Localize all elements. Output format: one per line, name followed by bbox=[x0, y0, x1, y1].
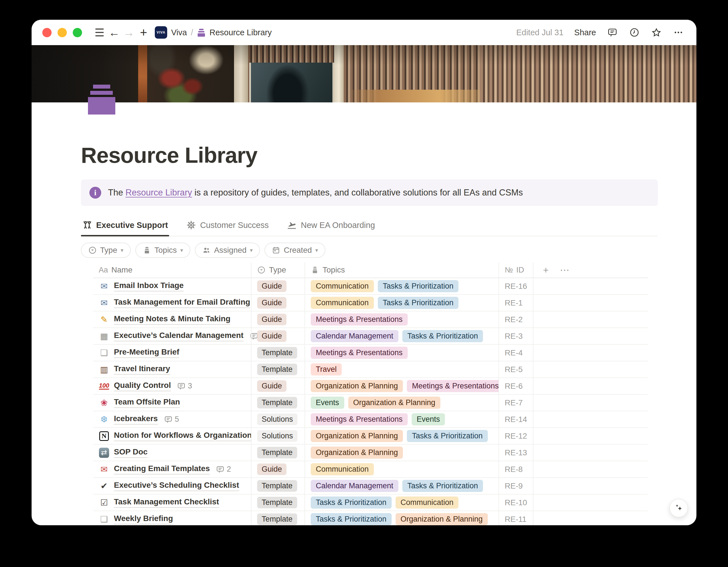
table-row[interactable]: ⇄SOP DocTemplateOrganization & PlanningR… bbox=[93, 445, 648, 461]
id-cell[interactable]: RE-8 bbox=[498, 461, 533, 477]
page-link[interactable]: Task Management for Email Drafting bbox=[114, 298, 250, 308]
topics-cell[interactable]: Meetings & Presentations bbox=[305, 312, 498, 328]
name-cell[interactable]: ❆Icebreakers5 bbox=[93, 411, 251, 427]
column-header-topics[interactable]: Topics bbox=[305, 262, 498, 277]
page-link[interactable]: Executive’s Scheduling Checklist bbox=[114, 481, 239, 491]
type-cell[interactable]: Guide bbox=[251, 328, 305, 344]
type-cell[interactable]: Template bbox=[251, 478, 305, 494]
filter-created[interactable]: Created▾ bbox=[264, 242, 325, 258]
comment-count[interactable]: 5 bbox=[164, 415, 179, 424]
topics-cell[interactable]: Meetings & Presentations bbox=[305, 345, 498, 361]
id-cell[interactable]: RE-9 bbox=[498, 478, 533, 494]
page-link[interactable]: Travel Itinerary bbox=[114, 364, 170, 375]
type-cell[interactable]: Template bbox=[251, 395, 305, 411]
name-cell[interactable]: ✉Task Management for Email Drafting bbox=[93, 295, 251, 311]
filter-type[interactable]: Type▾ bbox=[81, 242, 131, 258]
resource-library-link[interactable]: Resource Library bbox=[125, 187, 192, 197]
name-cell[interactable]: ❏Pre-Meeting Brief bbox=[93, 345, 251, 361]
name-cell[interactable]: ✉Creating Email Templates2 bbox=[93, 461, 251, 477]
page-link[interactable]: Executive’s Calendar Management bbox=[114, 331, 244, 341]
type-cell[interactable]: Template bbox=[251, 345, 305, 361]
page-link[interactable]: Task Management Checklist bbox=[114, 497, 219, 508]
updates-button[interactable] bbox=[629, 27, 640, 38]
table-row[interactable]: ❏Pre-Meeting BriefTemplateMeetings & Pre… bbox=[93, 345, 648, 361]
id-cell[interactable]: RE-7 bbox=[498, 395, 533, 411]
topics-cell[interactable]: EventsOrganization & Planning bbox=[305, 395, 498, 411]
table-row[interactable]: 100Quality Control3GuideOrganization & P… bbox=[93, 378, 648, 395]
workspace-logo[interactable]: VIVA bbox=[155, 26, 167, 39]
name-cell[interactable]: ▥Travel Itinerary bbox=[93, 361, 251, 378]
tab-executive-support[interactable]: Executive Support bbox=[81, 216, 169, 236]
type-cell[interactable]: Guide bbox=[251, 312, 305, 328]
name-cell[interactable]: ✉Email Inbox Triage bbox=[93, 278, 251, 294]
name-cell[interactable]: ✎Meeting Notes & Minute Taking bbox=[93, 312, 251, 328]
topics-cell[interactable]: Travel bbox=[305, 361, 498, 378]
page-link[interactable]: Pre-Meeting Brief bbox=[114, 348, 179, 358]
id-cell[interactable]: RE-5 bbox=[498, 361, 533, 378]
column-header-type[interactable]: Type bbox=[251, 262, 305, 277]
cover-image[interactable] bbox=[32, 45, 696, 102]
table-row[interactable]: ✉Creating Email Templates2GuideCommunica… bbox=[93, 461, 648, 478]
name-cell[interactable]: ▦Executive’s Calendar Management1 bbox=[93, 328, 251, 344]
tab-customer-success[interactable]: Customer Success bbox=[185, 216, 270, 236]
table-row[interactable]: ▥Travel ItineraryTemplateTravelRE-5 bbox=[93, 361, 648, 378]
notion-ai-button[interactable] bbox=[669, 499, 688, 517]
new-page-button[interactable]: + bbox=[136, 25, 151, 40]
forward-button[interactable]: → bbox=[122, 25, 136, 40]
column-header-name[interactable]: Aa Name bbox=[93, 262, 251, 277]
comment-count[interactable]: 3 bbox=[177, 382, 192, 391]
favorite-button[interactable] bbox=[651, 27, 662, 38]
id-cell[interactable]: RE-1 bbox=[498, 295, 533, 311]
name-cell[interactable]: ❀Team Offsite Plan bbox=[93, 395, 251, 411]
page-link[interactable]: Email Inbox Triage bbox=[114, 281, 184, 292]
id-cell[interactable]: RE-3 bbox=[498, 328, 533, 344]
table-row[interactable]: ❆Icebreakers5SolutionsMeetings & Present… bbox=[93, 411, 648, 428]
column-header-id[interactable]: № ID bbox=[498, 262, 533, 277]
table-row[interactable]: ❀Team Offsite PlanTemplateEventsOrganiza… bbox=[93, 395, 648, 411]
topics-cell[interactable]: Tasks & PrioritizationCommunication bbox=[305, 495, 498, 511]
id-cell[interactable]: RE-16 bbox=[498, 278, 533, 294]
topics-cell[interactable]: Organization & PlanningMeetings & Presen… bbox=[305, 378, 498, 394]
table-more-button[interactable]: ⋯ bbox=[556, 264, 573, 275]
type-cell[interactable]: Template bbox=[251, 361, 305, 378]
more-options-button[interactable] bbox=[673, 27, 684, 38]
page-link[interactable]: Notion for Workflows & Organization bbox=[114, 431, 252, 441]
type-cell[interactable]: Template bbox=[251, 495, 305, 511]
name-cell[interactable]: 100Quality Control3 bbox=[93, 378, 251, 394]
page-link[interactable]: Team Offsite Plan bbox=[114, 398, 180, 408]
table-row[interactable]: ▦Executive’s Calendar Management1GuideCa… bbox=[93, 328, 648, 345]
topics-cell[interactable]: CommunicationTasks & Prioritization bbox=[305, 295, 498, 311]
share-button[interactable]: Share bbox=[574, 28, 596, 37]
id-cell[interactable]: RE-11 bbox=[498, 511, 533, 525]
id-cell[interactable]: RE-13 bbox=[498, 445, 533, 461]
topics-cell[interactable]: Communication bbox=[305, 461, 498, 477]
id-cell[interactable]: RE-12 bbox=[498, 428, 533, 444]
breadcrumb-page[interactable]: Resource Library bbox=[209, 28, 272, 37]
topics-cell[interactable]: Calendar ManagementTasks & Prioritizatio… bbox=[305, 478, 498, 494]
tab-new-ea-onboarding[interactable]: New EA Onboarding bbox=[286, 216, 376, 236]
topics-cell[interactable]: Meetings & PresentationsEvents bbox=[305, 411, 498, 427]
page-icon-library[interactable] bbox=[88, 85, 115, 114]
topics-cell[interactable]: Tasks & PrioritizationOrganization & Pla… bbox=[305, 511, 498, 525]
type-cell[interactable]: Guide bbox=[251, 295, 305, 311]
filter-topics[interactable]: Topics▾ bbox=[135, 242, 190, 258]
table-row[interactable]: ✎Meeting Notes & Minute TakingGuideMeeti… bbox=[93, 312, 648, 328]
name-cell[interactable]: ☑Task Management Checklist bbox=[93, 495, 251, 511]
id-cell[interactable]: RE-2 bbox=[498, 312, 533, 328]
type-cell[interactable]: Template bbox=[251, 511, 305, 525]
add-column-button[interactable]: + bbox=[539, 264, 553, 275]
table-row[interactable]: ☑Task Management ChecklistTemplateTasks … bbox=[93, 495, 648, 511]
page-link[interactable]: Icebreakers bbox=[114, 414, 158, 425]
table-row[interactable]: ✉Task Management for Email DraftingGuide… bbox=[93, 295, 648, 312]
topics-cell[interactable]: Organization & Planning bbox=[305, 445, 498, 461]
type-cell[interactable]: Guide bbox=[251, 378, 305, 394]
table-row[interactable]: ✉Email Inbox TriageGuideCommunicationTas… bbox=[93, 278, 648, 295]
breadcrumb-workspace[interactable]: Viva bbox=[171, 28, 187, 37]
topics-cell[interactable]: CommunicationTasks & Prioritization bbox=[305, 278, 498, 294]
type-cell[interactable]: Solutions bbox=[251, 428, 305, 444]
name-cell[interactable]: NNotion for Workflows & Organization bbox=[93, 428, 251, 444]
sidebar-toggle-button[interactable] bbox=[92, 25, 107, 40]
zoom-window-button[interactable] bbox=[73, 28, 82, 37]
id-cell[interactable]: RE-14 bbox=[498, 411, 533, 427]
table-row[interactable]: ❏Weekly BriefingTemplateTasks & Prioriti… bbox=[93, 511, 648, 525]
